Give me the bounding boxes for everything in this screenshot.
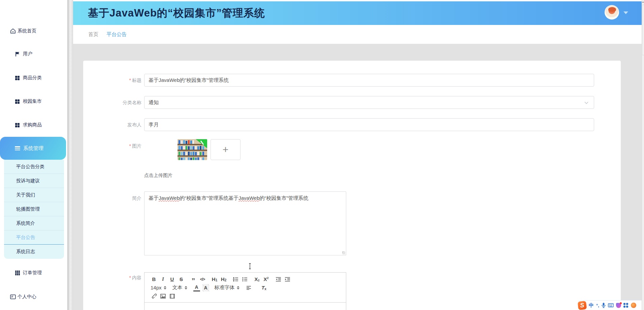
main-area: 基于JavaWeb的“校园集市”管理系统 首页 平台公告 *标题 分类名称 (73, 0, 642, 310)
submenu-item-platform-announcement[interactable]: 平台公告 (4, 230, 64, 245)
image-label: *图片 (83, 139, 141, 160)
video-button[interactable] (169, 292, 175, 300)
sidebar: 系统首页 用户 商品分类 校园集市 求购商品 系统管理 平台公告分类 投诉与建议 (0, 0, 67, 310)
chevron-down-icon[interactable] (623, 11, 628, 14)
sidebar-item-home[interactable]: 系统首页 (0, 24, 67, 38)
submenu-item-carousel[interactable]: 轮播图管理 (4, 202, 64, 216)
system-management-submenu: 平台公告分类 投诉与建议 关于我们 轮播图管理 系统简介 平台公告 系统日志 (4, 160, 64, 259)
sidebar-item-label: 个人中心 (18, 294, 36, 300)
ime-toolbar: S 中 °, (577, 300, 642, 310)
toolbox-grid-icon[interactable] (623, 303, 629, 308)
submenu-item-system-intro[interactable]: 系统简介 (4, 216, 64, 230)
align-button[interactable] (246, 284, 252, 291)
announcement-image-thumbnail[interactable] (178, 139, 207, 160)
intro-label: 简介 (83, 191, 141, 255)
upload-hint: 点击上传图片 (144, 173, 172, 179)
submenu-item-announcement-category[interactable]: 平台公告分类 (4, 160, 64, 174)
subscript-button[interactable]: X2 (254, 276, 260, 283)
link-button[interactable] (151, 292, 157, 300)
italic-button[interactable]: I (160, 276, 166, 283)
keyboard-icon[interactable] (608, 303, 614, 307)
ordered-list-button[interactable] (232, 276, 239, 283)
code-block-button[interactable]: </> (199, 276, 206, 283)
sidebar-item-users[interactable]: 用户 (0, 47, 67, 61)
highlight-color-button[interactable]: A (202, 284, 209, 291)
flag-icon (15, 52, 20, 57)
chevron-down-icon (584, 101, 588, 104)
submenu-item-system-log[interactable]: 系统日志 (4, 245, 64, 259)
microphone-icon[interactable] (602, 303, 606, 308)
ime-punctuation-mode[interactable]: °, (596, 303, 599, 308)
scrollbar-thumb[interactable] (642, 5, 644, 55)
card-icon (10, 294, 16, 299)
skin-theme-icon[interactable] (616, 303, 621, 308)
category-select[interactable]: 通知 (144, 96, 594, 109)
rich-text-editor: B I U S ” </> H1 H2 (144, 272, 346, 310)
font-family-select[interactable]: 标准字体 (215, 284, 235, 291)
outdent-button[interactable] (275, 276, 282, 283)
form-row-title: *标题 (83, 74, 594, 87)
updown-arrows-icon[interactable] (164, 286, 166, 289)
scroll-up-arrow-icon[interactable] (642, 1, 644, 3)
required-asterisk: * (129, 78, 131, 83)
strikethrough-button[interactable]: S (178, 276, 185, 283)
text-type-select[interactable]: 文本 (172, 284, 183, 291)
image-button[interactable] (160, 292, 166, 300)
page-scrollbar[interactable] (642, 0, 644, 310)
publisher-input[interactable] (144, 118, 594, 131)
indent-button[interactable] (284, 276, 291, 283)
submenu-item-about-us[interactable]: 关于我们 (4, 188, 64, 202)
form-row-content: *内容 B I U S ” </> (83, 272, 346, 310)
sidebar-item-profile[interactable]: 个人中心 (0, 290, 67, 304)
font-size-select[interactable]: 14px (151, 284, 162, 291)
superscript-button[interactable]: X2 (263, 276, 269, 283)
updown-arrows-icon[interactable] (185, 286, 187, 289)
underline-button[interactable]: U (169, 276, 175, 283)
sidebar-item-label: 求购商品 (23, 122, 42, 128)
title-input[interactable] (144, 74, 594, 87)
sidebar-item-system-management[interactable]: 系统管理 (0, 137, 66, 160)
title-label: *标题 (83, 74, 141, 87)
sidebar-item-campus-market[interactable]: 校园集市 (0, 95, 67, 108)
upload-image-button[interactable]: + (211, 139, 240, 160)
grid-icon (15, 123, 20, 127)
editor-toolbar: B I U S ” </> H1 H2 (144, 273, 346, 303)
grid9-icon (15, 271, 20, 275)
misspelled-word: JavaWeb (159, 195, 180, 201)
sidebar-scrollbar[interactable] (67, 0, 73, 310)
required-asterisk: * (129, 143, 131, 149)
submenu-item-complaints[interactable]: 投诉与建议 (4, 174, 64, 188)
sidebar-item-order-management[interactable]: 订单管理 (0, 266, 67, 280)
textarea-resize-handle[interactable] (342, 251, 345, 254)
tab-home[interactable]: 首页 (88, 31, 98, 38)
form-row-publisher: 发布人 (83, 118, 594, 131)
required-asterisk: * (129, 275, 131, 280)
unordered-list-button[interactable] (242, 276, 248, 283)
blockquote-button[interactable]: ” (190, 276, 197, 283)
sogou-logo-icon[interactable]: S (578, 301, 587, 310)
intro-textarea[interactable]: 基于JavaWeb的“校园集市”管理系统基于JavaWeb的“校园集市”管理系统 (144, 191, 346, 255)
content-background: *标题 分类名称 通知 发布人 (73, 44, 642, 310)
tab-platform-announcement[interactable]: 平台公告 (106, 31, 127, 38)
home-icon (10, 28, 16, 34)
emoji-face-icon[interactable] (631, 303, 636, 308)
avatar[interactable] (605, 5, 619, 20)
app-header: 基于JavaWeb的“校园集市”管理系统 (73, 1, 642, 25)
sidebar-item-label: 商品分类 (23, 75, 42, 81)
content-label: *内容 (83, 272, 141, 310)
updown-arrows-icon[interactable] (237, 286, 239, 289)
page-title: 基于JavaWeb的“校园集市”管理系统 (88, 6, 265, 20)
heading1-button[interactable]: H1 (211, 276, 218, 283)
ime-chinese-mode[interactable]: 中 (589, 302, 594, 309)
sidebar-item-label: 系统管理 (23, 145, 43, 152)
screen: 系统首页 用户 商品分类 校园集市 求购商品 系统管理 平台公告分类 投诉与建议 (0, 0, 644, 310)
clear-format-button[interactable]: Tx (261, 284, 267, 291)
text-color-button[interactable]: A (193, 284, 200, 291)
plus-icon: + (223, 144, 229, 155)
misspelled-word: JavaWeb (238, 195, 259, 201)
sidebar-item-wanted-goods[interactable]: 求购商品 (0, 118, 67, 132)
sidebar-item-product-category[interactable]: 商品分类 (0, 71, 67, 85)
editor-content-area[interactable] (144, 303, 346, 310)
heading2-button[interactable]: H2 (220, 276, 227, 283)
bold-button[interactable]: B (151, 276, 157, 283)
